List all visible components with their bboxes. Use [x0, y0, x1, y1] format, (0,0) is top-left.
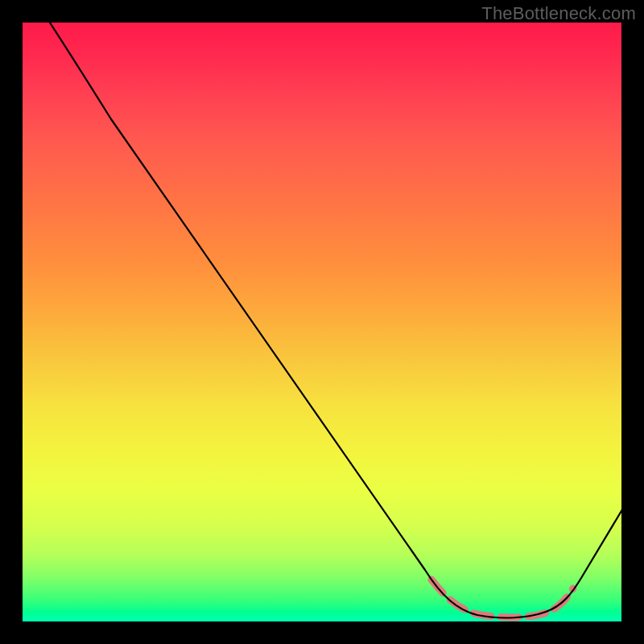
bottleneck-curve — [23, 23, 621, 621]
curve-line — [47, 23, 621, 617]
watermark-text: TheBottleneck.com — [481, 3, 636, 24]
chart-plot-area — [23, 23, 621, 621]
optimal-range-dash-overlay — [431, 580, 573, 617]
